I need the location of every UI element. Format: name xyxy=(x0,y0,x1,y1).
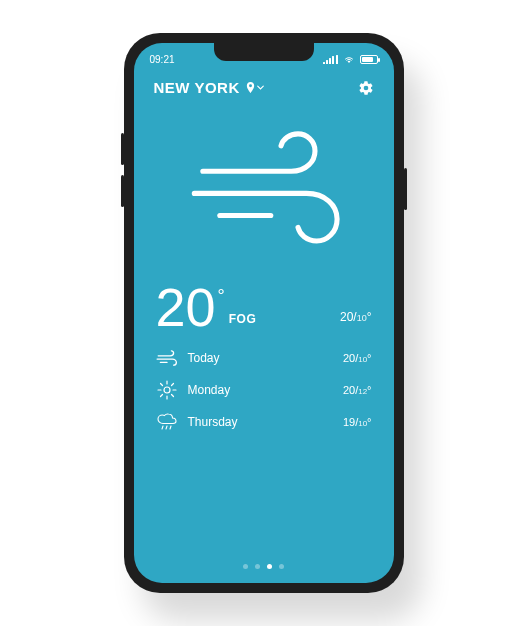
wind-icon xyxy=(156,349,178,367)
current-range: 20/10° xyxy=(340,310,372,324)
forecast-day-label: Today xyxy=(188,351,220,365)
pager-dot[interactable] xyxy=(279,564,284,569)
status-indicators xyxy=(323,54,378,64)
svg-line-10 xyxy=(166,426,167,429)
cell-signal-icon xyxy=(323,55,338,64)
degree-symbol: ° xyxy=(218,286,225,307)
forecast-low: 10 xyxy=(358,419,367,428)
forecast-range: 19/10° xyxy=(343,416,372,428)
forecast-range: 20/12° xyxy=(343,384,372,396)
svg-point-0 xyxy=(164,387,170,393)
forecast-low: 10 xyxy=(358,355,367,364)
header: NEW YORK xyxy=(134,69,394,100)
page-indicator[interactable] xyxy=(134,554,394,583)
current-high: 20 xyxy=(340,310,353,324)
notch xyxy=(214,43,314,61)
phone-frame: 09:21 NEW YORK xyxy=(124,33,404,593)
svg-line-9 xyxy=(162,426,163,429)
current-temp: 20 xyxy=(156,280,216,334)
current-conditions: 20 ° FOG 20/10° xyxy=(134,280,394,342)
forecast-low: 12 xyxy=(358,387,367,396)
power-button[interactable] xyxy=(404,168,407,210)
location-pin-icon xyxy=(246,82,264,93)
current-condition: FOG xyxy=(229,312,257,326)
chevron-down-icon xyxy=(257,85,264,90)
forecast-row[interactable]: Today20/10° xyxy=(156,342,372,374)
svg-line-6 xyxy=(171,395,173,397)
svg-line-7 xyxy=(171,384,173,386)
svg-line-5 xyxy=(160,384,162,386)
status-time: 09:21 xyxy=(150,54,175,65)
svg-line-11 xyxy=(170,426,171,429)
svg-line-8 xyxy=(160,395,162,397)
forecast-range: 20/10° xyxy=(343,352,372,364)
rain-icon xyxy=(156,413,178,431)
screen: 09:21 NEW YORK xyxy=(134,43,394,583)
forecast-row[interactable]: Monday20/12° xyxy=(156,374,372,406)
hero-weather-icon xyxy=(134,100,394,280)
settings-button[interactable] xyxy=(358,80,374,96)
pager-dot[interactable] xyxy=(255,564,260,569)
forecast-list: Today20/10°Monday20/12°Thursday19/10° xyxy=(134,342,394,438)
city-label: NEW YORK xyxy=(154,79,240,96)
volume-down-button[interactable] xyxy=(121,175,124,207)
wind-icon xyxy=(179,130,349,250)
pager-dot[interactable] xyxy=(243,564,248,569)
wifi-icon xyxy=(343,54,355,64)
sun-icon xyxy=(156,381,178,399)
forecast-high: 20 xyxy=(343,384,355,396)
forecast-row[interactable]: Thursday19/10° xyxy=(156,406,372,438)
forecast-high: 20 xyxy=(343,352,355,364)
battery-icon xyxy=(360,55,378,64)
forecast-day-label: Monday xyxy=(188,383,231,397)
location-selector[interactable]: NEW YORK xyxy=(154,79,264,96)
volume-up-button[interactable] xyxy=(121,133,124,165)
forecast-day-label: Thursday xyxy=(188,415,238,429)
pager-dot[interactable] xyxy=(267,564,272,569)
forecast-high: 19 xyxy=(343,416,355,428)
current-low: 10 xyxy=(357,313,367,323)
